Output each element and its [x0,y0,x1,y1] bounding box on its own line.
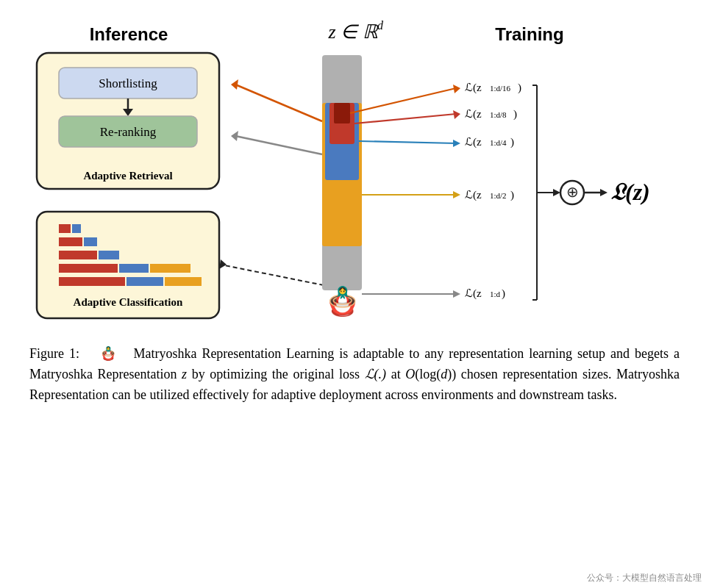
vec-dark-red [334,103,350,123]
arrow-d4-head [453,140,460,147]
bar-r3-blue [99,251,119,259]
arrow-d8 [354,114,456,123]
loss-d16-subscript: 1:d/16 [490,84,511,93]
bar-r5-yellow [165,277,202,286]
chosen-word: chosen [461,367,498,381]
bar-r1-blue [72,224,81,233]
arrow-d8-head [453,110,460,119]
bar-r1-red [59,224,71,233]
bar-r2-blue [84,237,97,246]
bracket-arrow-head [553,189,560,196]
bar-r5-blue [127,277,163,286]
bar-r4-blue [119,264,149,273]
dashed-arrow-head [219,259,227,269]
training-title: Training [495,24,563,44]
loss-d4-subscript: 1:d/4 [490,138,507,147]
bar-r2-red [59,237,82,246]
plus-symbol: ⊕ [566,184,579,200]
svg-text:): ) [510,136,514,148]
total-arrow-head [600,189,608,196]
bar-r4-yellow [150,264,190,273]
diagram-area: Inference Training z ∈ ℝ d Shortlisting … [22,15,687,331]
loss-d4-label: ℒ(z [465,136,482,148]
loss-d-label: ℒ(z [465,287,482,300]
z-superscript: d [377,19,384,32]
arrow-reranking-head [231,131,238,141]
arrow-shortlisting-head [231,79,238,90]
main-diagram-svg: Inference Training z ∈ ℝ d Shortlisting … [22,15,709,331]
arrow-d4 [359,141,456,143]
watermark: 公众号：大模型自然语言处理 [587,572,702,584]
total-loss-label: 𝔏(z) [610,179,650,205]
adaptive-classification-label: Adaptive Classification [74,296,183,308]
arrow-d16-head [453,85,460,93]
caption-text-part1: Matryoshka Representation Learning is ad… [29,346,680,402]
bar-r5-red [59,277,125,286]
arrow-d2-head [453,191,460,198]
main-container: Inference Training z ∈ ℝ d Shortlisting … [0,0,709,588]
loss-d8-label: ℒ(z [465,108,482,121]
arrow-shortlisting [235,85,322,121]
loss-d16-label: ℒ(z [465,82,482,94]
matryoshka-doll: 🪆 [325,284,360,318]
inference-title: Inference [90,24,168,44]
loss-d8-subscript: 1:d/8 [490,110,507,119]
arrow-d-full-head [453,290,460,298]
loss-d2-label: ℒ(z [465,189,482,201]
caption-text: Figure 1: 🪆 Matryoshka Representation Le… [29,344,680,406]
svg-text:): ) [513,108,517,121]
adaptive-retrieval-label: Adaptive Retrieval [83,170,172,182]
doll-emoji: 🪆 [100,346,118,361]
figure-number: Figure 1: [29,346,79,361]
svg-text:): ) [510,189,514,201]
bar-r4-red [59,264,118,273]
svg-text:): ) [518,82,521,94]
z-title: z ∈ ℝ [327,21,378,43]
loss-d2-subscript: 1:d/2 [490,191,507,200]
arrow-reranking [235,136,322,154]
dashed-arrow-line [221,265,331,287]
loss-d-subscript: 1:d [490,290,501,298]
svg-text:): ) [502,287,505,300]
arrow-d16 [350,88,456,113]
bar-r3-red [59,251,97,259]
shortlisting-label: Shortlisting [99,76,157,90]
reranking-label: Re-ranking [100,125,157,139]
caption-area: Figure 1: 🪆 Matryoshka Representation Le… [22,344,687,406]
